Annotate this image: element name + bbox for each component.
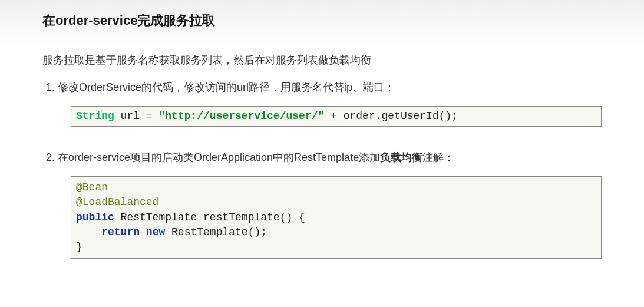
code-block-1: String url = "http://userservice/user/" … — [71, 106, 602, 127]
step-2-post: 注解： — [422, 151, 454, 163]
code-text: + order.getUserId(); — [324, 110, 458, 122]
kw-type: String — [76, 110, 114, 122]
steps-list: 修改OrderService的代码，修改访问的url路径，用服务名代替ip、端口… — [42, 80, 602, 259]
code-text: url = — [114, 110, 159, 122]
annotation-loadbalanced: @LoadBalanced — [76, 196, 158, 208]
string-literal: "http://userservice/user/" — [158, 110, 324, 122]
step-2-pre: 在order-service项目的启动类OrderApplication中的Re… — [58, 151, 380, 163]
kw-return: return — [76, 226, 140, 238]
step-2-text: 在order-service项目的启动类OrderApplication中的Re… — [58, 151, 454, 163]
step-1: 修改OrderService的代码，修改访问的url路径，用服务名代替ip、端口… — [58, 80, 602, 94]
brace-close: } — [76, 241, 82, 253]
annotation-bean: @Bean — [76, 181, 108, 193]
step-2: 在order-service项目的启动类OrderApplication中的Re… — [58, 150, 602, 164]
step-1-text: 修改OrderService的代码，修改访问的url路径，用服务名代替ip、端口… — [58, 81, 395, 93]
page-title: 在order-service完成服务拉取 — [42, 12, 602, 29]
kw-public: public — [76, 212, 114, 223]
step-2-bold: 负载均衡 — [380, 151, 422, 163]
code-text: RestTemplate(); — [165, 226, 267, 238]
code-block-2: @Bean @LoadBalanced public RestTemplate … — [71, 176, 602, 259]
code-text: RestTemplate restTemplate() { — [114, 212, 305, 223]
kw-new: new — [140, 226, 165, 238]
intro-text: 服务拉取是基于服务名称获取服务列表，然后在对服务列表做负载均衡 — [42, 53, 602, 67]
